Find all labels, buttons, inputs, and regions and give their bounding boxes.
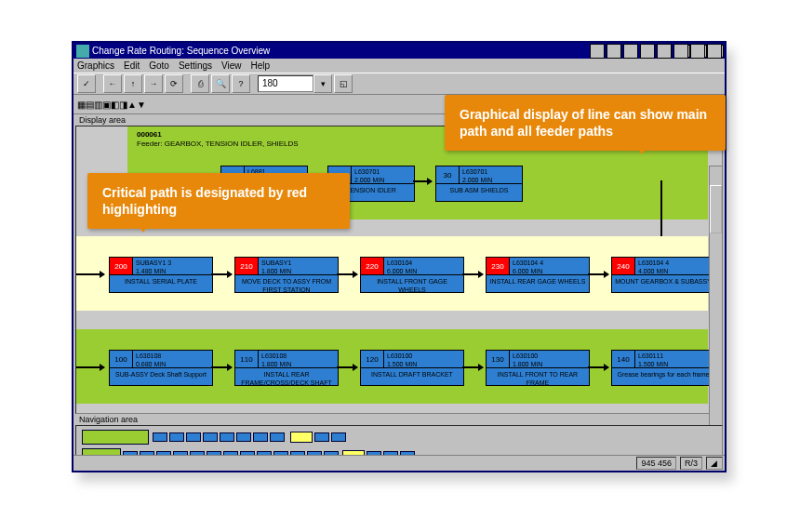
op-number: 120	[361, 351, 384, 367]
tray-icon[interactable]	[690, 44, 705, 59]
display-area: 000061 Feeder: GEARBOX, TENSION IDLER, S…	[75, 126, 723, 414]
op-number: 110	[235, 351, 259, 367]
status-system: R/3	[680, 457, 702, 470]
op-number-critical: 230	[487, 258, 510, 274]
flow-arrow-icon	[462, 366, 483, 368]
callout-graphical-display: Graphical display of line can show main …	[445, 95, 726, 151]
tool-c-icon[interactable]: ▥	[94, 100, 102, 110]
window-title: Change Rate Routing: Sequence Overview	[92, 46, 669, 56]
tool-refresh-icon[interactable]: ⟳	[165, 74, 183, 93]
nav-mini-band	[82, 430, 149, 445]
menu-help[interactable]: Help	[251, 60, 271, 71]
tool-h-icon[interactable]: ▼	[137, 100, 146, 110]
menu-edit[interactable]: Edit	[124, 60, 140, 71]
operation-box[interactable]: 120 L6301001.500 MIN INSTALL DRAFT BRACK…	[360, 350, 464, 386]
tool-help-icon[interactable]: ?	[232, 74, 250, 93]
zoom-dropdown-icon[interactable]: ▾	[313, 74, 332, 93]
flow-arrow-icon	[413, 180, 432, 182]
nav-mini-highlight	[290, 432, 313, 443]
tool-d-icon[interactable]: ▣	[102, 100, 111, 110]
zoom-field[interactable]: 180	[258, 75, 313, 92]
menu-view[interactable]: View	[221, 60, 242, 71]
tool-print-icon[interactable]: ⎙	[191, 74, 209, 93]
op-number: 30	[436, 166, 460, 183]
toolbar-main: ✓ ← ↑ → ⟳ ⎙ 🔍 ? 180 ▾ ◱	[73, 73, 725, 95]
tool-zoom-fit-icon[interactable]: ◱	[334, 74, 353, 93]
flow-arrow-icon	[588, 366, 608, 368]
tray-icon[interactable]	[640, 44, 655, 59]
operation-box[interactable]: 30 L6307012.000 MIN SUB ASM SHIELDS	[435, 166, 523, 202]
tray-icon[interactable]	[707, 44, 722, 59]
tool-fwd-icon[interactable]: →	[144, 74, 163, 93]
tray-icon[interactable]	[657, 44, 672, 59]
nav-mini-op	[153, 432, 167, 442]
nav-mini-op	[203, 432, 218, 442]
operation-box[interactable]: 230 L630104 46.000 MIN INSTALL REAR GAGE…	[486, 257, 590, 293]
flow-arrow-icon	[337, 366, 357, 368]
flow-arrow-icon	[211, 273, 232, 275]
tray-icon[interactable]	[673, 44, 688, 59]
nav-mini-op	[331, 432, 346, 442]
flow-arrow-icon	[76, 273, 104, 275]
tool-up-icon[interactable]: ↑	[124, 74, 142, 93]
nav-mini-op	[270, 432, 285, 442]
operation-box[interactable]: 240 L630104 44.000 MIN MOUNT GEARBOX & S…	[611, 257, 715, 293]
nav-mini-op	[220, 432, 234, 442]
op-number: 140	[612, 351, 635, 367]
operation-box[interactable]: 210 SUBASY11.800 MIN MOVE DECK TO ASSY F…	[234, 257, 339, 293]
operation-box[interactable]: 200 SUBASY1 31.480 MIN INSTALL SERIAL PL…	[109, 257, 213, 293]
flow-arrow-icon	[588, 273, 608, 275]
op-number-critical: 210	[235, 258, 259, 274]
operation-box[interactable]: 220 L6301046.000 MIN INSTALL FRONT GAGE …	[360, 257, 464, 293]
operation-box[interactable]: 110 L6301081.800 MIN INSTALL REAR FRAME/…	[234, 350, 339, 386]
op-number: 130	[487, 351, 510, 367]
title-bar: Change Rate Routing: Sequence Overview _…	[73, 43, 725, 59]
nav-mini-op	[169, 432, 184, 442]
flow-arrow-icon	[337, 273, 357, 275]
operation-box[interactable]: 100 L6301080.680 MIN SUB-ASSY Deck Shaft…	[109, 350, 213, 386]
op-number-critical: 240	[612, 258, 635, 274]
tool-a-icon[interactable]: ▦	[77, 100, 86, 110]
app-icon	[76, 45, 89, 58]
tool-g-icon[interactable]: ▲	[127, 100, 137, 110]
nav-mini-op	[253, 432, 268, 442]
system-tray	[589, 43, 723, 59]
nav-mini-op	[314, 432, 329, 442]
tool-f-icon[interactable]: ◨	[119, 100, 127, 110]
tray-icon[interactable]	[590, 44, 605, 59]
flow-arrow-icon	[211, 366, 232, 368]
operation-box[interactable]: 130 L6301001.800 MIN INSTALL FRONT TO RE…	[486, 350, 590, 386]
status-bar: 945 456 R/3 ◢	[73, 455, 725, 471]
tool-b-icon[interactable]: ▤	[86, 100, 94, 110]
callout-critical-path: Critical path is designated by red highl…	[87, 173, 350, 229]
menu-settings[interactable]: Settings	[179, 60, 212, 71]
menu-bar: Graphics Edit Goto Settings View Help	[73, 59, 725, 73]
menu-graphics[interactable]: Graphics	[77, 60, 114, 71]
op-number-critical: 200	[110, 258, 133, 274]
tool-e-icon[interactable]: ◧	[111, 100, 119, 110]
scrollbar-thumb[interactable]	[710, 185, 722, 233]
tool-back-icon[interactable]: ←	[103, 74, 122, 93]
nav-mini-op	[186, 432, 201, 442]
flow-arrow-icon	[462, 273, 483, 275]
tool-find-icon[interactable]: 🔍	[211, 74, 230, 93]
tray-icon[interactable]	[623, 44, 638, 59]
operation-box[interactable]: 140 L6301111.500 MIN Grease bearings for…	[611, 350, 715, 386]
menu-goto[interactable]: Goto	[149, 60, 169, 71]
vertical-scrollbar[interactable]	[709, 166, 723, 452]
flow-arrow-icon	[76, 366, 104, 368]
op-number: 100	[110, 351, 133, 367]
op-number-critical: 220	[361, 258, 384, 274]
tray-icon[interactable]	[607, 44, 621, 59]
navigation-area-label: Navigation area	[73, 414, 725, 425]
header-feeder: Feeder: GEARBOX, TENSION IDLER, SHIELDS	[137, 140, 299, 148]
tool-check-icon[interactable]: ✓	[77, 74, 96, 93]
status-coords: 945 456	[636, 457, 676, 470]
nav-mini-op	[236, 432, 251, 442]
header-code: 000061	[137, 130, 162, 139]
status-resize-grip-icon[interactable]: ◢	[706, 457, 723, 470]
